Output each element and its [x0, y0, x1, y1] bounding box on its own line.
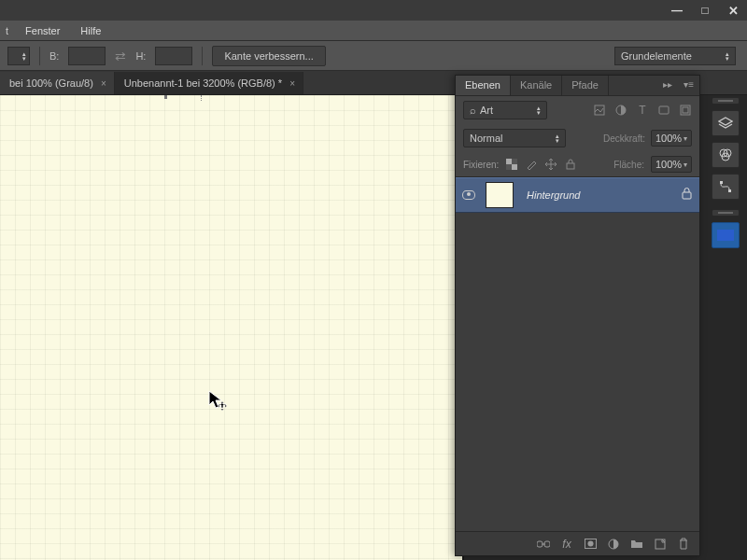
- close-tab-icon[interactable]: ×: [101, 78, 106, 89]
- svg-rect-9: [717, 230, 734, 241]
- maximize-button[interactable]: □: [691, 0, 719, 21]
- layer-filter-dropdown[interactable]: ⌕ Art: [463, 101, 547, 119]
- lock-label: Fixieren:: [463, 160, 499, 170]
- svg-rect-18: [506, 164, 512, 170]
- swap-dims-icon[interactable]: ⇄: [115, 49, 126, 63]
- ruler-mark: [164, 95, 167, 99]
- filter-pixel-icon[interactable]: [593, 104, 606, 117]
- strip-grabber[interactable]: [712, 209, 740, 217]
- menu-fenster[interactable]: Fenster: [16, 22, 69, 39]
- svg-rect-19: [567, 163, 574, 169]
- document-tab-2[interactable]: Unbenannt-1 bei 3200% (RGB/8) * ×: [115, 72, 303, 94]
- search-icon: ⌕: [470, 105, 476, 116]
- canvas[interactable]: [0, 95, 462, 560]
- chevron-updown-icon: [537, 105, 541, 115]
- svg-rect-16: [512, 164, 517, 170]
- lock-all-icon[interactable]: [564, 158, 577, 171]
- swatches-panel-icon[interactable]: [712, 222, 740, 248]
- collapse-double-icon[interactable]: ▸▸: [657, 76, 678, 95]
- layer-row-background[interactable]: Hintergrund: [456, 177, 699, 213]
- filter-smartobject-icon[interactable]: [679, 104, 692, 117]
- svg-rect-14: [683, 107, 688, 113]
- blend-mode-label: Normal: [470, 133, 502, 144]
- paths-panel-icon[interactable]: [712, 174, 740, 200]
- document-tab-1[interactable]: bei 100% (Grau/8) ×: [0, 72, 115, 94]
- options-bar: B: ⇄ H: Kante verbessern... Grundelement…: [0, 41, 747, 71]
- strip-grabber[interactable]: [712, 97, 740, 105]
- fill-label: Fläche:: [613, 160, 644, 170]
- layer-fx-icon[interactable]: fx: [560, 538, 573, 551]
- panel-menu-icon[interactable]: ▾≡: [678, 76, 699, 95]
- filter-type-icon[interactable]: T: [636, 104, 649, 117]
- layers-panel: Ebenen Kanäle Pfade ▸▸ ▾≡ ⌕ Art T Normal…: [455, 75, 700, 556]
- menu-hilfe[interactable]: Hilfe: [71, 22, 110, 39]
- adjustment-layer-icon[interactable]: [607, 538, 620, 551]
- filter-adjustment-icon[interactable]: [614, 104, 627, 117]
- eye-icon: [462, 190, 475, 200]
- document-tab-2-title: Unbenannt-1 bei 3200% (RGB/8) *: [124, 77, 282, 89]
- opacity-field[interactable]: 100% ▾: [651, 130, 692, 147]
- layer-thumbnail[interactable]: [486, 182, 514, 208]
- svg-rect-8: [728, 189, 731, 192]
- tab-kanale[interactable]: Kanäle: [511, 76, 562, 95]
- width-field[interactable]: [68, 47, 106, 65]
- chevron-down-icon: ▾: [684, 134, 687, 143]
- lock-pixels-icon[interactable]: [525, 158, 538, 171]
- panel-footer: fx: [456, 531, 699, 555]
- workspace-preset-dropdown[interactable]: Grundelemente: [614, 47, 736, 65]
- panel-tab-bar: Ebenen Kanäle Pfade ▸▸ ▾≡: [456, 76, 699, 96]
- refine-edge-button[interactable]: Kante verbessern...: [212, 46, 325, 66]
- tool-preset-dropdown[interactable]: [7, 47, 30, 65]
- layers-list: Hintergrund: [456, 176, 699, 531]
- width-label: B:: [49, 50, 59, 62]
- opacity-label: Deckkraft:: [603, 133, 645, 144]
- tab-pfade[interactable]: Pfade: [562, 76, 609, 95]
- svg-rect-12: [659, 106, 669, 114]
- layer-filter-label: Art: [480, 105, 493, 116]
- layer-name[interactable]: Hintergrund: [517, 189, 673, 201]
- height-field[interactable]: [155, 47, 192, 65]
- svg-rect-17: [512, 159, 517, 164]
- link-layers-icon[interactable]: [537, 538, 550, 551]
- lock-transparency-icon[interactable]: [505, 158, 518, 171]
- close-tab-icon[interactable]: ×: [289, 78, 295, 89]
- collapsed-panel-strip: [712, 95, 740, 248]
- menu-bar: t Fenster Hilfe: [0, 21, 747, 41]
- filter-shape-icon[interactable]: [657, 104, 670, 117]
- blend-mode-dropdown[interactable]: Normal: [463, 129, 566, 147]
- svg-rect-20: [683, 192, 691, 199]
- fill-value: 100%: [655, 159, 682, 170]
- channels-panel-icon[interactable]: [712, 142, 740, 168]
- height-label: H:: [135, 50, 146, 62]
- layer-visibility-toggle[interactable]: [456, 190, 482, 200]
- close-button[interactable]: ✕: [719, 0, 747, 21]
- svg-rect-15: [506, 159, 512, 164]
- fill-field[interactable]: 100% ▾: [651, 156, 692, 173]
- layers-panel-icon[interactable]: [712, 110, 740, 136]
- title-bar: — □ ✕: [0, 0, 747, 21]
- delete-layer-icon[interactable]: [677, 538, 690, 551]
- pixel-grid: [0, 95, 462, 560]
- menu-truncated[interactable]: t: [6, 22, 14, 39]
- chevron-down-icon: ▾: [684, 161, 687, 169]
- document-tab-1-title: bei 100% (Grau/8): [9, 77, 93, 89]
- minimize-button[interactable]: —: [663, 0, 691, 21]
- tab-ebenen[interactable]: Ebenen: [456, 76, 511, 95]
- svg-rect-7: [720, 181, 723, 184]
- workspace-preset-label: Grundelemente: [621, 50, 692, 62]
- lock-position-icon[interactable]: [544, 158, 557, 171]
- layer-lock-icon[interactable]: [673, 188, 699, 203]
- svg-point-25: [587, 541, 593, 547]
- chevron-updown-icon: [726, 51, 729, 61]
- opacity-value: 100%: [655, 133, 682, 144]
- new-layer-icon[interactable]: [654, 538, 667, 551]
- ruler-mark: [201, 95, 202, 101]
- new-group-icon[interactable]: [630, 538, 643, 551]
- chevron-updown-icon: [556, 133, 559, 143]
- layer-mask-icon[interactable]: [584, 538, 597, 551]
